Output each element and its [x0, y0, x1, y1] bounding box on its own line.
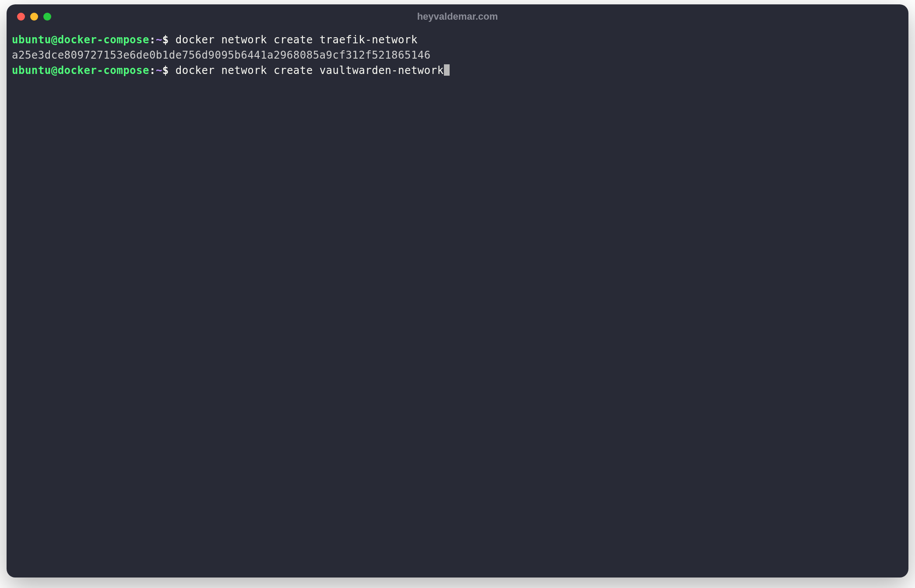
terminal-line: ubuntu@docker-compose:~$ docker network …	[12, 63, 903, 78]
titlebar: heyvaldemar.com	[7, 4, 908, 29]
prompt-colon: :	[149, 64, 156, 77]
close-icon[interactable]	[17, 13, 25, 21]
cursor-icon	[444, 64, 450, 76]
prompt-user-host: ubuntu@docker-compose	[12, 64, 149, 77]
terminal-line: a25e3dce809727153e6de0b1de756d9095b6441a…	[12, 48, 903, 63]
prompt-path: ~	[156, 34, 162, 46]
prompt-symbol: $	[162, 64, 169, 77]
traffic-lights	[17, 13, 51, 21]
command-text: docker network create traefik-network	[176, 34, 418, 46]
terminal-line: ubuntu@docker-compose:~$ docker network …	[12, 32, 903, 48]
prompt-user-host: ubuntu@docker-compose	[12, 34, 149, 46]
minimize-icon[interactable]	[30, 13, 38, 21]
maximize-icon[interactable]	[43, 13, 51, 21]
prompt-path: ~	[156, 64, 162, 77]
window-title: heyvaldemar.com	[417, 11, 498, 22]
terminal-window: heyvaldemar.com ubuntu@docker-compose:~$…	[7, 4, 908, 578]
command-text: docker network create vaultwarden-networ…	[176, 64, 444, 77]
output-text: a25e3dce809727153e6de0b1de756d9095b6441a…	[12, 49, 431, 61]
prompt-colon: :	[149, 34, 156, 46]
terminal-body[interactable]: ubuntu@docker-compose:~$ docker network …	[7, 29, 908, 578]
prompt-symbol: $	[162, 34, 169, 46]
